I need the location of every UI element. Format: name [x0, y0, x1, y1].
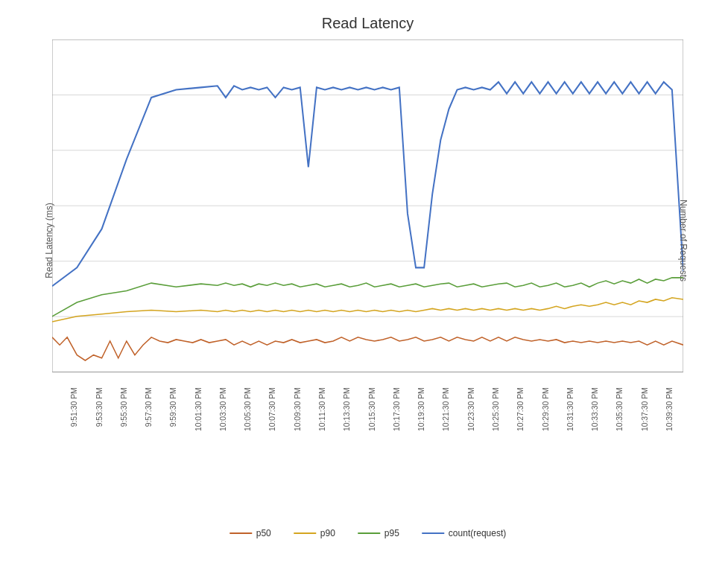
legend-count-label: count(request) — [449, 528, 506, 538]
svg-text:10:27:30 PM: 10:27:30 PM — [516, 387, 525, 431]
svg-text:10:31:30 PM: 10:31:30 PM — [566, 387, 575, 431]
svg-text:9:55:30 PM: 9:55:30 PM — [120, 387, 128, 427]
legend-count-line — [422, 532, 444, 534]
svg-text:10:05:30 PM: 10:05:30 PM — [244, 387, 252, 431]
svg-text:10:07:30 PM: 10:07:30 PM — [269, 387, 277, 431]
y-axis-left-label: Read Latency (ms) — [44, 203, 54, 278]
svg-text:10:03:30 PM: 10:03:30 PM — [219, 387, 227, 431]
svg-text:9:57:30 PM: 9:57:30 PM — [145, 387, 153, 427]
svg-text:10:01:30 PM: 10:01:30 PM — [194, 387, 203, 431]
p90-line — [52, 298, 683, 322]
legend-count: count(request) — [422, 528, 506, 538]
legend-p90-label: p90 — [320, 528, 335, 538]
y-axis-right-label: Number of Requests — [678, 200, 689, 282]
chart-svg: 0 1 2 3 4 5 6 0 1000 2000 3000 4000 5000… — [52, 39, 683, 442]
legend-p90-line — [294, 532, 316, 534]
p50-line — [52, 337, 683, 360]
svg-text:10:17:30 PM: 10:17:30 PM — [393, 387, 401, 431]
svg-text:10:21:30 PM: 10:21:30 PM — [443, 387, 451, 431]
svg-text:9:43:30 PM: 9:43:30 PM — [52, 387, 54, 427]
count-line — [52, 82, 683, 286]
svg-text:10:09:30 PM: 10:09:30 PM — [294, 387, 302, 431]
legend-p50-label: p50 — [256, 528, 271, 538]
svg-text:10:13:30 PM: 10:13:30 PM — [343, 387, 351, 431]
chart-title: Read Latency — [52, 15, 683, 32]
svg-text:10:35:30 PM: 10:35:30 PM — [615, 387, 624, 431]
legend-p95-line — [358, 532, 380, 534]
svg-text:9:51:30 PM: 9:51:30 PM — [70, 387, 78, 427]
legend-p95: p95 — [358, 528, 399, 538]
svg-text:10:25:30 PM: 10:25:30 PM — [492, 387, 500, 431]
svg-text:10:29:30 PM: 10:29:30 PM — [542, 387, 550, 431]
svg-text:9:53:30 PM: 9:53:30 PM — [95, 387, 104, 427]
svg-text:10:15:30 PM: 10:15:30 PM — [368, 387, 376, 431]
svg-text:10:39:30 PM: 10:39:30 PM — [665, 387, 674, 431]
svg-text:10:19:30 PM: 10:19:30 PM — [417, 387, 425, 431]
svg-text:10:23:30 PM: 10:23:30 PM — [467, 387, 475, 431]
legend-p90: p90 — [294, 528, 335, 538]
svg-text:9:59:30 PM: 9:59:30 PM — [170, 387, 178, 427]
svg-text:10:11:30 PM: 10:11:30 PM — [318, 387, 326, 431]
svg-text:10:37:30 PM: 10:37:30 PM — [641, 387, 649, 431]
svg-text:10:33:30 PM: 10:33:30 PM — [591, 387, 599, 431]
chart-legend: p50 p90 p95 count(request) — [230, 528, 506, 538]
legend-p50-line — [230, 532, 252, 534]
legend-p95-label: p95 — [384, 528, 399, 538]
legend-p50: p50 — [230, 528, 271, 538]
chart-container: Read Latency Read Latency (ms) Number of… — [0, 0, 728, 566]
